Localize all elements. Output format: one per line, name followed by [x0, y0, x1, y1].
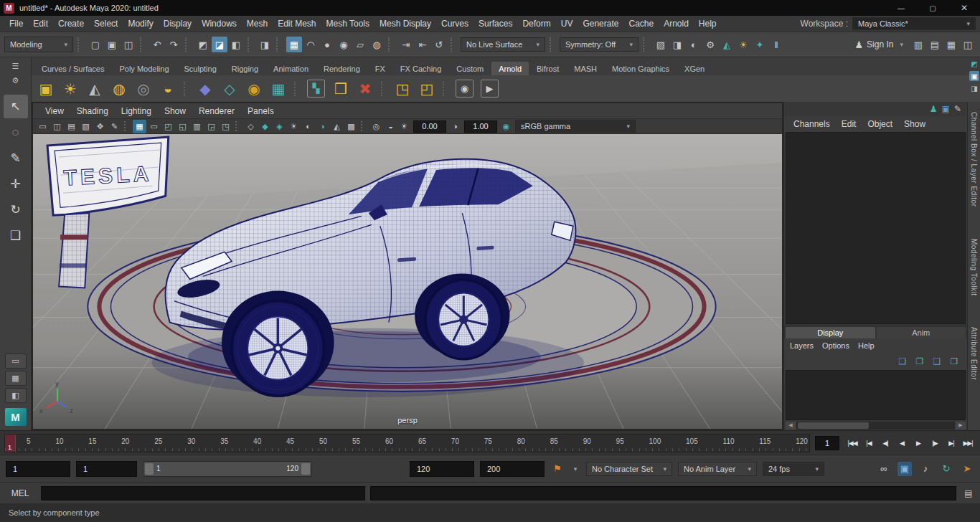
- wireframe-display-icon[interactable]: ◇: [244, 120, 258, 133]
- panel-menu-renderer[interactable]: Renderer: [192, 106, 241, 116]
- grease-pencil-icon[interactable]: ✎: [108, 120, 121, 133]
- xray-icon[interactable]: ◒: [384, 120, 397, 133]
- screen-space-ao-icon[interactable]: ◑: [316, 120, 329, 133]
- evaluation-toolkit-icon[interactable]: ➤: [960, 462, 974, 476]
- menu-file[interactable]: File: [4, 19, 28, 29]
- panel-menu-shading[interactable]: Shading: [70, 106, 115, 116]
- playback-start-field[interactable]: 1: [76, 461, 137, 477]
- tab-motion-graphics[interactable]: Motion Graphics: [605, 62, 677, 75]
- ipr-render-icon[interactable]: ◐: [686, 37, 702, 52]
- scrollbar-thumb[interactable]: [798, 422, 869, 429]
- cb-menu-object[interactable]: Object: [862, 119, 897, 129]
- snap-to-projected-center-icon[interactable]: ◉: [336, 37, 352, 52]
- close-button[interactable]: ✕: [948, 0, 980, 16]
- panel-menu-show[interactable]: Show: [158, 106, 192, 116]
- tab-sculpting[interactable]: Sculpting: [177, 62, 224, 75]
- redo-icon[interactable]: ↷: [166, 37, 182, 52]
- camera-lock-icon[interactable]: ▭: [36, 120, 50, 133]
- strip-channel-box-layer-editor[interactable]: Channel Box / Layer Editor: [970, 112, 978, 207]
- undo-icon[interactable]: ↶: [149, 37, 165, 52]
- menu-surfaces[interactable]: Surfaces: [473, 19, 517, 29]
- tab-curves-surfaces[interactable]: Curves / Surfaces: [34, 62, 111, 75]
- snap-to-view-plane-icon[interactable]: ▱: [352, 37, 368, 52]
- scroll-left-arrow[interactable]: ◀: [786, 422, 796, 430]
- anim-layer-dropdown[interactable]: No Anim Layer: [678, 462, 757, 476]
- isolate-select-icon[interactable]: ◎: [369, 120, 383, 133]
- script-editor-icon[interactable]: ▤: [961, 486, 976, 500]
- multisample-aa-icon[interactable]: ▩: [344, 120, 358, 133]
- menu-create[interactable]: Create: [53, 19, 89, 29]
- make-live-icon[interactable]: ◍: [369, 37, 385, 52]
- open-render-view-icon[interactable]: ▧: [653, 37, 669, 52]
- single-pane-layout-icon[interactable]: ▤: [927, 37, 943, 52]
- sign-in-dropdown[interactable]: ♟ Sign In: [849, 37, 909, 52]
- pin-camera-icon[interactable]: ▣: [942, 104, 950, 114]
- symmetry-dropdown[interactable]: Symmetry: Off: [560, 37, 639, 52]
- exposure-field[interactable]: 0.00: [413, 120, 446, 133]
- highlight-selection-mode-icon[interactable]: ◨: [257, 37, 273, 52]
- color-management-icon[interactable]: ◉: [499, 120, 513, 133]
- menu-help[interactable]: Help: [694, 19, 722, 29]
- layer-menu-options[interactable]: Options: [818, 341, 854, 350]
- grid-toggle-icon[interactable]: ▦: [133, 120, 146, 133]
- new-layer-icon[interactable]: ❒: [947, 355, 961, 368]
- film-gate-icon[interactable]: ▭: [147, 120, 161, 133]
- maximize-button[interactable]: ▢: [917, 0, 948, 16]
- bookmark-icon[interactable]: ▤: [65, 120, 78, 133]
- step-back-frame-button[interactable]: ◀|: [877, 435, 893, 451]
- render-setup-icon[interactable]: ✦: [752, 37, 768, 52]
- output-connections-icon[interactable]: ⇤: [415, 37, 430, 52]
- step-forward-key-button[interactable]: ▶|: [943, 435, 959, 451]
- menu-display[interactable]: Display: [159, 19, 197, 29]
- go-to-start-button[interactable]: |◀◀: [844, 435, 860, 451]
- menu-modify[interactable]: Modify: [123, 19, 158, 29]
- pin-character-icon[interactable]: ♟: [930, 104, 938, 114]
- layout-single-pane-icon[interactable]: ▭: [5, 353, 27, 369]
- arnold-mesh-light-icon[interactable]: ◎: [132, 77, 155, 100]
- toggle-panel-layout-icon[interactable]: ▦: [943, 37, 959, 52]
- animation-start-field[interactable]: 1: [6, 461, 70, 477]
- cached-playback-icon[interactable]: ▣: [897, 462, 912, 476]
- menu-edit[interactable]: Edit: [28, 19, 53, 29]
- sidebar-channel-box-toggle-icon[interactable]: ▣: [969, 71, 979, 81]
- layers-horizontal-scrollbar[interactable]: ◀ ▶: [784, 420, 967, 430]
- menu-curves[interactable]: Curves: [436, 19, 473, 29]
- arnold-tx-manager-icon[interactable]: ◰: [415, 77, 438, 100]
- tab-mash[interactable]: MASH: [567, 62, 604, 75]
- open-scene-icon[interactable]: ▣: [104, 37, 120, 52]
- go-to-end-button[interactable]: ▶▶|: [960, 435, 976, 451]
- gate-mask-icon[interactable]: ◱: [176, 120, 189, 133]
- channel-box-list[interactable]: [786, 132, 966, 324]
- layer-tab-display[interactable]: Display: [786, 327, 875, 338]
- character-set-menu-arrow[interactable]: [570, 462, 580, 475]
- panel-menu-lighting[interactable]: Lighting: [115, 106, 158, 116]
- save-scene-icon[interactable]: ◫: [121, 37, 136, 52]
- shaded-display-icon[interactable]: ◆: [258, 120, 272, 133]
- arnold-tx-update-icon[interactable]: ◳: [391, 77, 414, 100]
- layer-tab-anim[interactable]: Anim: [877, 327, 966, 338]
- play-backwards-button[interactable]: ◀: [894, 435, 910, 451]
- cb-menu-channels[interactable]: Channels: [788, 119, 835, 129]
- shelf-menu-icon[interactable]: ☰: [9, 61, 22, 71]
- arnold-standin-icon[interactable]: ◆: [194, 77, 217, 100]
- tab-animation[interactable]: Animation: [266, 62, 316, 75]
- contrast-icon[interactable]: ◑: [448, 120, 462, 133]
- mute-audio-icon[interactable]: ♪: [918, 462, 933, 476]
- scale-tool-icon[interactable]: ❑: [4, 224, 28, 247]
- snap-to-curve-icon[interactable]: ◠: [303, 37, 319, 52]
- arnold-light-portal-icon[interactable]: ◍: [108, 77, 131, 100]
- menu-select[interactable]: Select: [89, 19, 123, 29]
- paint-select-tool-icon[interactable]: ✎: [4, 146, 28, 170]
- use-all-lights-icon[interactable]: ☀: [287, 120, 301, 133]
- menu-arnold[interactable]: Arnold: [659, 19, 694, 29]
- range-end-handle[interactable]: [301, 463, 310, 475]
- tab-fx-caching[interactable]: FX Caching: [393, 62, 448, 75]
- motion-blur-icon[interactable]: ◭: [330, 120, 344, 133]
- layout-four-pane-icon[interactable]: ▦: [5, 371, 27, 386]
- minimize-button[interactable]: —: [885, 0, 917, 16]
- tab-custom[interactable]: Custom: [449, 62, 491, 75]
- arnold-shading-graph-icon[interactable]: ❒: [329, 77, 352, 100]
- select-hierarchy-icon[interactable]: ◩: [195, 37, 211, 52]
- menu-windows[interactable]: Windows: [197, 19, 242, 29]
- layer-display-type-icon[interactable]: ❑: [930, 355, 944, 368]
